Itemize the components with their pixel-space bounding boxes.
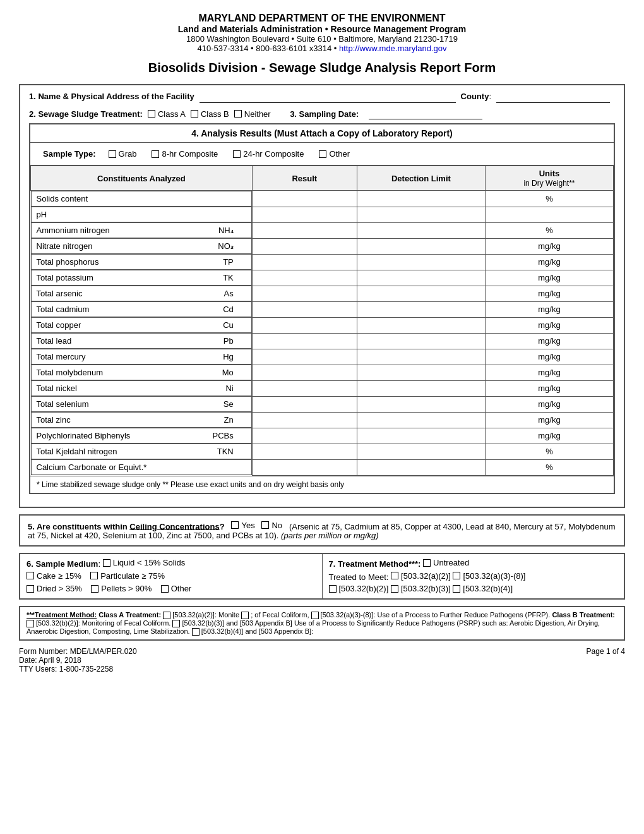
cell-result[interactable]	[252, 412, 357, 428]
pellets-checkbox[interactable]	[91, 585, 98, 593]
cell-detection[interactable]	[357, 428, 485, 444]
cell-detection[interactable]	[357, 380, 485, 396]
cake-checkbox[interactable]	[27, 572, 34, 579]
24hr-option[interactable]: 24-hr Composite	[233, 149, 304, 159]
other-sample-checkbox[interactable]	[319, 150, 326, 158]
cell-result[interactable]	[252, 222, 357, 238]
fn-503a3-option[interactable]	[311, 612, 319, 619]
fn-503b3-checkbox[interactable]	[172, 620, 180, 627]
fn-monitor-option[interactable]	[241, 612, 249, 619]
no-option[interactable]: No	[261, 521, 282, 530]
fn-503b4-option[interactable]	[192, 628, 200, 636]
cell-detection[interactable]	[357, 444, 485, 459]
cell-detection[interactable]	[357, 396, 485, 412]
class-b-checkbox[interactable]	[191, 110, 198, 118]
pellets-option[interactable]: Pellets > 90%	[91, 584, 152, 593]
8hr-checkbox[interactable]	[152, 150, 159, 158]
no-checkbox[interactable]	[261, 521, 269, 529]
liquid-checkbox[interactable]	[103, 559, 110, 567]
treat503a2-option[interactable]: [503.32(a)(2)]	[391, 571, 451, 581]
liquid-option[interactable]: Liquid < 15% Solids	[103, 558, 186, 567]
other-medium-option[interactable]: Other	[161, 584, 192, 593]
treat503a3-option[interactable]: [503.32(a)(3)-(8)]	[453, 571, 525, 581]
cell-result[interactable]	[252, 254, 357, 270]
8hr-option[interactable]: 8-hr Composite	[152, 149, 218, 159]
treat503b4-option[interactable]: [503.32(b)(4)]	[453, 584, 513, 593]
cell-units: mg/kg	[485, 349, 613, 365]
cell-result[interactable]	[252, 286, 357, 301]
particulate-checkbox[interactable]	[90, 572, 98, 579]
county-input[interactable]	[496, 92, 610, 103]
untreated-checkbox[interactable]	[423, 559, 431, 567]
cell-detection[interactable]	[357, 207, 485, 222]
cell-detection[interactable]	[357, 222, 485, 238]
cell-result[interactable]	[252, 317, 357, 333]
website-link[interactable]: http://www.mde.maryland.gov	[339, 44, 447, 53]
cell-result[interactable]	[252, 301, 357, 317]
cell-detection[interactable]	[357, 254, 485, 270]
cell-detection[interactable]	[357, 459, 485, 475]
cell-result[interactable]	[252, 270, 357, 286]
cell-detection[interactable]	[357, 333, 485, 349]
neither-checkbox[interactable]	[234, 110, 242, 118]
cell-detection[interactable]	[357, 349, 485, 365]
treat503a2-checkbox[interactable]	[391, 572, 398, 579]
cell-result[interactable]	[252, 396, 357, 412]
fn-503a3-checkbox[interactable]	[311, 612, 319, 619]
cell-detection[interactable]	[357, 365, 485, 380]
particulate-option[interactable]: Particulate ≥ 75%	[90, 571, 165, 581]
section5-text: 5. Are constituents within Ceiling Conce…	[28, 521, 616, 541]
class-a-option[interactable]: Class A	[148, 109, 186, 119]
cell-detection[interactable]	[357, 301, 485, 317]
constituent-name: Total cadmium	[37, 305, 90, 314]
neither-option[interactable]: Neither	[234, 109, 271, 119]
cell-result[interactable]	[252, 380, 357, 396]
treat503b3-option[interactable]: [503.32(b)(3)]	[391, 584, 451, 593]
section1-input[interactable]	[200, 92, 456, 103]
class-a-checkbox[interactable]	[148, 110, 155, 118]
treat503a3-checkbox[interactable]	[453, 572, 460, 579]
fn-503a2-checkbox[interactable]	[163, 612, 170, 619]
other-sample-option[interactable]: Other	[319, 149, 350, 159]
fn-503a2-option[interactable]	[163, 612, 170, 619]
cell-result[interactable]	[252, 207, 357, 222]
cell-detection[interactable]	[357, 191, 485, 207]
class-b-option[interactable]: Class B	[191, 109, 229, 119]
other-medium-checkbox[interactable]	[161, 585, 169, 593]
cell-detection[interactable]	[357, 286, 485, 301]
fn-monitor-checkbox[interactable]	[241, 612, 249, 619]
cell-detection[interactable]	[357, 238, 485, 254]
cell-result[interactable]	[252, 333, 357, 349]
fn-503b2-checkbox[interactable]	[27, 620, 34, 627]
sampling-date-input[interactable]	[369, 108, 482, 119]
fn-503b3-option[interactable]	[172, 620, 180, 627]
grab-option[interactable]: Grab	[109, 149, 137, 159]
cell-detection[interactable]	[357, 317, 485, 333]
cake-option[interactable]: Cake ≥ 15%	[27, 571, 81, 581]
cell-result[interactable]	[252, 191, 357, 207]
table-row: Total leadPbmg/kg	[31, 333, 614, 349]
treat503b2-checkbox[interactable]	[329, 585, 337, 593]
grab-checkbox[interactable]	[109, 150, 116, 158]
yes-checkbox[interactable]	[231, 521, 239, 529]
cell-result[interactable]	[252, 349, 357, 365]
cell-detection[interactable]	[357, 412, 485, 428]
form-date: Date: April 9, 2018	[19, 656, 137, 665]
dried-checkbox[interactable]	[27, 585, 34, 593]
cell-result[interactable]	[252, 238, 357, 254]
fn-503b4-checkbox[interactable]	[192, 628, 200, 636]
treat503b4-checkbox[interactable]	[453, 585, 460, 593]
untreated-option[interactable]: Untreated	[423, 558, 469, 567]
cell-result[interactable]	[252, 459, 357, 475]
treat503b2-option[interactable]: [503.32(b)(2)]	[329, 584, 389, 593]
cell-constituent: Total leadPb	[31, 333, 252, 349]
cell-result[interactable]	[252, 365, 357, 380]
24hr-checkbox[interactable]	[233, 150, 241, 158]
dried-option[interactable]: Dried > 35%	[27, 584, 82, 593]
treat503b3-checkbox[interactable]	[391, 585, 398, 593]
cell-detection[interactable]	[357, 270, 485, 286]
yes-option[interactable]: Yes	[231, 521, 254, 530]
cell-result[interactable]	[252, 444, 357, 459]
fn-503b2-option[interactable]	[27, 620, 34, 627]
cell-result[interactable]	[252, 428, 357, 444]
